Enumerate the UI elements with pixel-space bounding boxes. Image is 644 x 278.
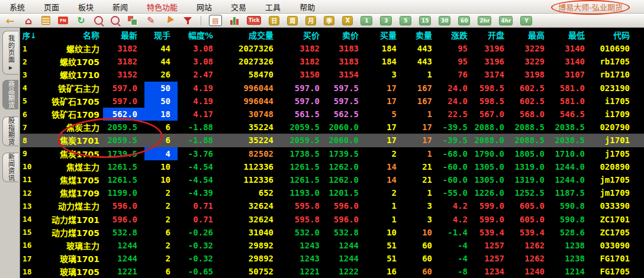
menu-item[interactable]: 系统 (0, 1, 34, 12)
layers-icon[interactable] (127, 15, 138, 25)
menu-item[interactable]: 板块 (69, 1, 103, 12)
table-row[interactable]: 13动力煤主力596.020.7132624595.8596.0134.2599… (20, 199, 644, 212)
table-row[interactable]: 15动力煤1705532.86-0.2631040532.0532.81010-… (20, 226, 644, 239)
period-button-3[interactable]: 季 (324, 16, 334, 25)
table-cell: 51 (366, 252, 404, 265)
menu-item[interactable]: 特色功能 (137, 1, 187, 12)
period-button-0[interactable]: 日 (269, 16, 279, 25)
table-cell: 033090 (592, 239, 644, 252)
interval-button-1[interactable]: 1 (360, 16, 372, 25)
sidebar-tab-commodity-futures[interactable]: 商品期货 (2, 80, 18, 109)
table-cell: 3229 (511, 55, 552, 68)
back-icon[interactable] (5, 15, 15, 25)
table-view-icon[interactable] (209, 15, 222, 26)
period-button-4[interactable]: X (342, 16, 353, 25)
interval-button-30[interactable]: 30 (439, 16, 450, 25)
column-header[interactable]: 最低 (552, 28, 592, 42)
table-cell: 51 (366, 239, 404, 252)
table-cell: 32624 (220, 199, 281, 212)
table-cell: -68.0 (439, 147, 475, 160)
table-cell: 2059.5 (281, 121, 327, 134)
table-cell: 1262 (511, 239, 552, 252)
sidebar-tab-index-futures[interactable]: 股指期货 (2, 117, 18, 146)
filter-funnel-icon[interactable] (182, 15, 193, 25)
zoom-out-icon[interactable] (111, 16, 120, 25)
table-row[interactable]: 1螺纹主力3182443.082027326318231831844439531… (20, 42, 644, 55)
table-row[interactable]: 2螺纹17053182443.0820273263182318318444395… (20, 55, 644, 68)
table-cell: 602.5 (511, 95, 552, 108)
interval-button-15[interactable]: 15 (419, 16, 431, 25)
table-row[interactable]: 17玻璃170112442-0.3229892124312445160-4125… (20, 252, 644, 265)
table-row[interactable]: 10焦煤主力1261.510-4.541123361261.51262.0142… (20, 160, 644, 173)
column-header[interactable]: 买量 (366, 28, 404, 42)
table-cell: 581.0 (552, 95, 592, 108)
table-cell: 15 (20, 226, 38, 239)
table-row[interactable]: 14动力煤1701596.020.7132624595.8596.0134.25… (20, 212, 644, 225)
table-cell: 1261.5 (103, 160, 144, 173)
column-header[interactable]: 开盘 (475, 28, 511, 42)
menu-item[interactable]: 交易 (221, 1, 256, 12)
table-cell: 1739.5 (103, 147, 144, 160)
menu-item[interactable]: 帮助 (290, 1, 324, 12)
menu-item[interactable]: 页面 (34, 1, 69, 12)
table-cell: -1.4 (439, 226, 475, 239)
content: 我的页面▶商品期货股指期货新闻资讯 序↓名称最新现手幅度%成交量买价卖价买量卖量… (0, 28, 644, 278)
column-header[interactable]: 最新 (103, 28, 144, 42)
menu-item[interactable]: 网站 (187, 1, 221, 12)
column-header[interactable]: 幅度% (178, 28, 220, 42)
table-cell: 4.2 (439, 212, 475, 225)
table-row[interactable]: 8焦炭17012059.56-1.88352242059.52060.01717… (20, 134, 644, 147)
table-cell: 82502 (220, 147, 281, 160)
table-cell: ZC1701 (592, 212, 644, 225)
interval-button-5[interactable]: 5 (400, 16, 411, 25)
table-row[interactable]: 12焦煤17091199.02-4.396521193.01201.521-55… (20, 186, 644, 199)
table-row[interactable]: 4铁矿石主力597.0504.19996044597.0597.51716724… (20, 82, 644, 95)
column-header[interactable]: 最高 (511, 28, 552, 42)
column-header[interactable]: 名称 (38, 28, 103, 42)
interval-button-3[interactable]: 3 (380, 16, 392, 25)
column-header[interactable]: 卖量 (404, 28, 439, 42)
column-header[interactable]: 卖价 (327, 28, 366, 42)
column-header[interactable]: 代码 (592, 28, 644, 42)
table-row[interactable]: 16玻璃主力12442-0.3229892124312445160-412571… (20, 239, 644, 252)
table-cell: 60 (404, 252, 439, 265)
column-header[interactable]: 现手 (144, 28, 178, 42)
menu-item[interactable]: 新闻 (103, 1, 137, 12)
interval-button-60[interactable]: 60 (458, 16, 470, 25)
refresh-icon[interactable] (76, 15, 86, 25)
table-row[interactable]: 7焦炭主力2059.56-1.88352242059.52060.01717-3… (20, 121, 644, 134)
column-header[interactable]: 成交量 (220, 28, 281, 42)
column-header[interactable]: 买价 (281, 28, 327, 42)
interval-button-Y[interactable]: Y (520, 16, 532, 25)
table-cell: 167 (404, 82, 439, 95)
column-header[interactable]: 序↓ (20, 28, 38, 42)
edit-pencil-icon[interactable] (146, 15, 156, 25)
table-row[interactable]: 5铁矿石1705597.0504.19996044597.0597.517167… (20, 95, 644, 108)
menu-item[interactable]: 工具 (256, 1, 290, 12)
fn-icon[interactable]: FN (58, 17, 68, 24)
home-icon[interactable] (23, 15, 34, 25)
table-row[interactable]: 9焦炭17051739.54-3.76825021738.51739.521-6… (20, 147, 644, 160)
interval-button-2hr[interactable]: 2hr (478, 16, 491, 25)
column-header[interactable]: 涨跌 (439, 28, 475, 42)
table-row[interactable]: 11焦煤17051261.510-4.541123361261.51262.01… (20, 173, 644, 186)
sidebar-tab-news[interactable]: 新闻资讯 (2, 153, 18, 182)
table-cell: 焦煤1709 (38, 186, 103, 199)
period-button-1[interactable]: 周 (287, 16, 298, 25)
sidebar-tab-label: 商品期货 (8, 80, 14, 109)
chart-view-icon[interactable] (230, 16, 239, 25)
period-button-2[interactable]: 月 (305, 16, 316, 25)
sidebar-tab-my-pages[interactable]: 我的页面▶ (2, 31, 18, 75)
zoom-in-icon[interactable] (94, 16, 103, 25)
table-cell: 1 (20, 42, 38, 55)
tick-button[interactable]: Tick (247, 16, 261, 25)
alert-horn-icon[interactable] (164, 15, 175, 25)
table-cell: 玻璃1701 (38, 252, 103, 265)
interval-button-4hr[interactable]: 4hr (499, 16, 513, 25)
table-row[interactable]: 6铁矿石1709562.0184.1730748561.5562.55122.5… (20, 108, 644, 121)
table-cell: 2088.0 (475, 121, 511, 134)
notes-icon[interactable] (41, 16, 50, 25)
table-row[interactable]: 18玻璃170512216-0.6550752122112221660-8123… (20, 265, 644, 278)
table-cell: 2 (144, 252, 178, 265)
table-row[interactable]: 3螺纹17103152262.4758470315031543176317431… (20, 68, 644, 81)
